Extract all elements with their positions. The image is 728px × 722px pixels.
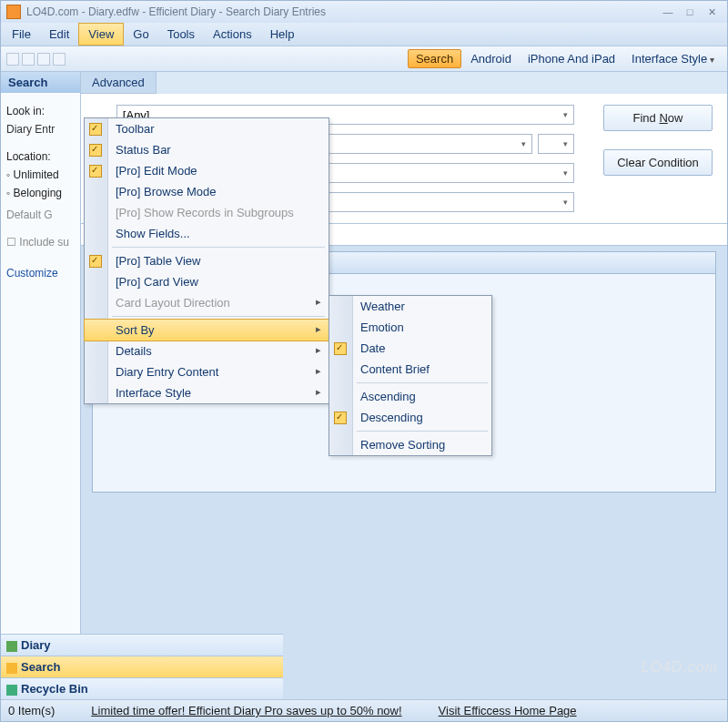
- minimize-button[interactable]: —: [658, 5, 678, 19]
- maximize-button[interactable]: □: [680, 5, 700, 19]
- toolbar-icon-3[interactable]: [37, 53, 50, 66]
- check-icon: [89, 123, 102, 136]
- check-icon: [89, 165, 102, 178]
- nav-search[interactable]: Search: [1, 656, 283, 677]
- toolbar-mini-icons: [6, 53, 66, 66]
- nav-recycle[interactable]: Recycle Bin: [1, 677, 283, 699]
- sortby-item-date[interactable]: Date: [329, 338, 491, 359]
- view-menu-separator: [112, 316, 325, 317]
- sortby-separator: [357, 431, 488, 432]
- view-menu-item-pro-browse-mode[interactable]: [Pro] Browse Mode: [85, 181, 329, 202]
- view-menu-item-pro-show-records-in-subgroups: [Pro] Show Records in Subgroups: [85, 202, 329, 223]
- view-menu-item-card-layout-direction: Card Layout Direction: [85, 292, 329, 313]
- sortby-item-weather[interactable]: Weather: [329, 296, 491, 317]
- view-menu-item-status-bar[interactable]: Status Bar: [85, 139, 329, 160]
- status-promo-link[interactable]: Limited time offer! Efficient Diary Pro …: [91, 704, 401, 717]
- view-menu-separator: [112, 247, 325, 248]
- look-in-label: Look in:: [6, 102, 75, 120]
- window-buttons: — □ ✕: [658, 5, 722, 19]
- view-menu-item-details[interactable]: Details: [85, 341, 329, 361]
- sortby-item-content-brief[interactable]: Content Brief: [329, 359, 491, 380]
- status-bar: 0 Item(s) Limited time offer! Efficient …: [1, 699, 727, 721]
- find-now-button[interactable]: Find Now: [603, 105, 713, 131]
- view-dropdown-menu: ToolbarStatus Bar[Pro] Edit Mode[Pro] Br…: [84, 117, 329, 404]
- search-sidebar: Search Look in: Diary Entr Location: ◦ U…: [1, 72, 81, 699]
- view-menu-item-interface-style[interactable]: Interface Style: [85, 382, 329, 403]
- customize-link[interactable]: Customize: [6, 264, 75, 282]
- menu-bar: File Edit View Go Tools Actions Help: [1, 23, 727, 46]
- menu-tools[interactable]: Tools: [158, 23, 204, 46]
- radio-unlimited[interactable]: ◦ Unlimited: [6, 166, 75, 184]
- sortby-item-ascending[interactable]: Ascending: [329, 386, 491, 407]
- toolbar-icon-1[interactable]: [6, 53, 19, 66]
- view-menu-item-diary-entry-content[interactable]: Diary Entry Content: [85, 361, 329, 382]
- view-menu-item-pro-card-view[interactable]: [Pro] Card View: [85, 271, 329, 292]
- window-title: LO4D.com - Diary.edfw - Efficient Diary …: [26, 5, 658, 18]
- toolbar-iphone-button[interactable]: iPhone And iPad: [521, 50, 622, 67]
- criteria-value-input[interactable]: [538, 134, 574, 154]
- menu-help[interactable]: Help: [261, 23, 304, 46]
- view-menu-item-show-fields[interactable]: Show Fields...: [85, 223, 329, 244]
- toolbar-icon-2[interactable]: [22, 53, 35, 66]
- include-subgroups-check[interactable]: ☐ Include su: [6, 233, 75, 251]
- view-menu-item-pro-edit-mode[interactable]: [Pro] Edit Mode: [85, 160, 329, 181]
- search-icon: [6, 663, 17, 674]
- default-group-field: Default G: [6, 206, 75, 224]
- view-menu-item-pro-table-view[interactable]: [Pro] Table View: [85, 250, 329, 271]
- recycle-icon: [6, 685, 17, 696]
- sortby-item-descending[interactable]: Descending: [329, 407, 491, 428]
- menu-edit[interactable]: Edit: [40, 23, 78, 46]
- menu-actions[interactable]: Actions: [204, 23, 261, 46]
- toolbar-android-button[interactable]: Android: [463, 50, 519, 67]
- sidebar-content: Look in: Diary Entr Location: ◦ Unlimite…: [1, 93, 80, 699]
- diary-icon: [6, 641, 17, 652]
- check-icon: [334, 342, 347, 355]
- menu-view[interactable]: View: [78, 23, 124, 46]
- look-in-value[interactable]: Diary Entr: [6, 120, 75, 138]
- toolbar-search-button[interactable]: Search: [408, 49, 461, 68]
- menu-go[interactable]: Go: [124, 23, 157, 46]
- title-bar: LO4D.com - Diary.edfw - Efficient Diary …: [1, 1, 727, 23]
- view-menu-item-sort-by[interactable]: Sort By: [84, 319, 329, 341]
- body-area: Search Look in: Diary Entr Location: ◦ U…: [1, 72, 727, 699]
- close-button[interactable]: ✕: [702, 5, 722, 19]
- status-homepage-link[interactable]: Visit Efficcess Home Page: [439, 704, 577, 717]
- check-icon: [334, 412, 347, 424]
- clear-condition-button[interactable]: Clear Condition: [603, 149, 713, 176]
- sortby-item-emotion[interactable]: Emotion: [329, 317, 491, 338]
- radio-belonging[interactable]: ◦ Belonging: [6, 184, 75, 202]
- sortby-separator: [357, 382, 488, 383]
- search-tabs: Advanced: [81, 72, 727, 94]
- toolbar-interface-style-button[interactable]: Interface Style: [624, 50, 722, 67]
- app-icon: [6, 5, 21, 19]
- location-label: Location:: [6, 147, 75, 166]
- main-toolbar: Search Android iPhone And iPad Interface…: [1, 46, 727, 72]
- menu-file[interactable]: File: [3, 23, 40, 46]
- sidebar-title: Search: [1, 72, 80, 93]
- tab-advanced[interactable]: Advanced: [81, 72, 157, 94]
- sort-by-submenu: WeatherEmotionDateContent BriefAscending…: [329, 295, 492, 456]
- status-item-count: 0 Item(s): [8, 704, 55, 717]
- check-icon: [89, 255, 102, 268]
- check-icon: [89, 144, 102, 157]
- search-buttons: Find Now Clear Condition: [603, 105, 713, 176]
- nav-sections: Diary Search Recycle Bin: [1, 634, 283, 699]
- nav-diary[interactable]: Diary: [1, 634, 283, 656]
- toolbar-icon-4[interactable]: [53, 53, 66, 66]
- view-menu-item-toolbar[interactable]: Toolbar: [85, 118, 329, 139]
- sortby-item-remove-sorting[interactable]: Remove Sorting: [329, 434, 491, 455]
